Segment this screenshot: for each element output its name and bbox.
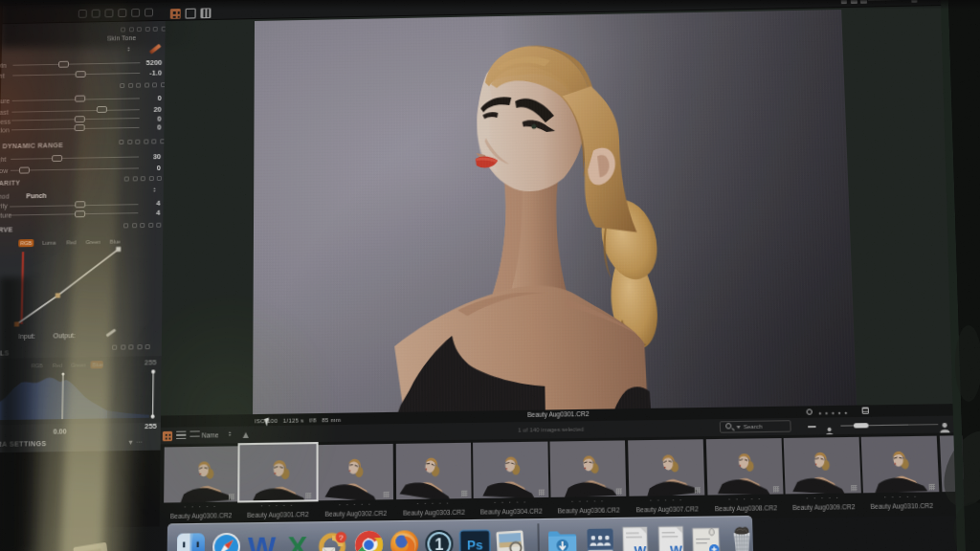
svg-text:W: W [248,530,277,551]
svg-text:?: ? [339,533,344,542]
svg-text:W: W [670,543,682,551]
svg-text:1: 1 [434,536,444,551]
svg-text:Ps: Ps [467,539,483,551]
svg-text:W: W [635,544,647,551]
svg-text:X: X [288,530,308,551]
